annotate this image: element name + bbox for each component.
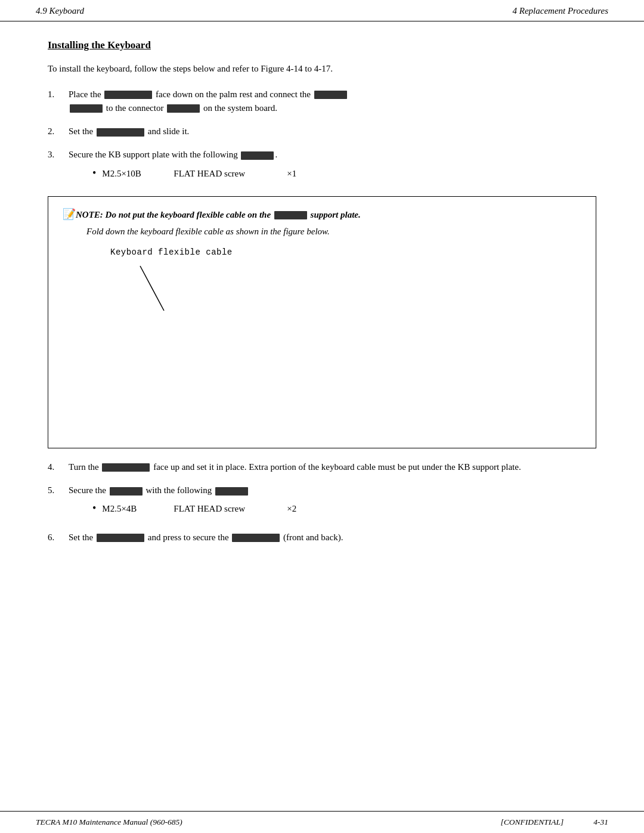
bullet-text-2: M2.5×4B FLAT HEAD screw ×2 [102, 502, 296, 516]
step-6-end: (front and back). [281, 532, 343, 542]
step-5: 5. Secure the with the following • M2.5×… [48, 484, 596, 521]
step-1: 1. Place the face down on the palm rest … [48, 88, 596, 116]
step-1-on-system: on the system board. [201, 103, 277, 113]
step-4-turn: Turn the [69, 462, 101, 472]
step-1-continuation: to the connector on the system board. [69, 101, 596, 115]
intro-text: To install the keyboard, follow the step… [48, 62, 596, 76]
redacted-kb4 [97, 534, 144, 542]
step-5-secure: Secure the [69, 485, 109, 495]
step-3-content: Secure the KB support plate with the fol… [69, 148, 596, 185]
step-2-content: Set the and slide it. [69, 125, 596, 138]
page-header: 4.9 Keyboard 4 Replacement Procedures [0, 0, 644, 21]
cable-label: Keyboard flexible cable [110, 247, 581, 257]
page-container: 4.9 Keyboard 4 Replacement Procedures In… [0, 0, 644, 833]
svg-line-0 [140, 266, 164, 311]
redacted-screw2 [215, 487, 248, 496]
screw-label-1: M2.5×10B [102, 167, 156, 181]
step-6-content: Set the and press to secure the (front a… [69, 531, 596, 544]
step-5-number: 5. [48, 484, 69, 521]
cable-line-svg [110, 263, 182, 317]
notice-italic: Fold down the keyboard flexible cable as… [63, 227, 581, 237]
step-5-with: with the following [144, 485, 214, 495]
redacted-kb [274, 211, 307, 219]
step-1-number: 1. [48, 88, 69, 116]
footer-page-number: 4-31 [593, 817, 608, 827]
footer-right: [CONFIDENTIAL] 4-31 [500, 817, 608, 827]
redacted-ra [97, 128, 144, 137]
step-5-content: Secure the with the following • M2.5×4B … [69, 484, 596, 521]
notice-bold-text: Do not put the keyboard flexible cable o… [103, 210, 271, 219]
step-6-number: 6. [48, 531, 69, 544]
screw-type-2: FLAT HEAD screw [174, 502, 269, 516]
page-footer: TECRA M10 Maintenance Manual (960-685) [… [0, 811, 644, 833]
redacted-kb2 [102, 463, 150, 472]
screw-qty-1: ×1 [287, 167, 296, 181]
step-6-set: Set the [69, 532, 95, 542]
redacted-kb5 [232, 534, 280, 542]
screw-type-1: FLAT HEAD screw [174, 167, 269, 181]
notice-bold-suffix: support plate. [311, 210, 361, 219]
notice-bold: 📝NOTE: Do not put the keyboard flexible … [63, 208, 581, 221]
bullet-item-1: • M2.5×10B FLAT HEAD screw ×1 [92, 167, 596, 181]
bullet-dot-2: • [92, 502, 96, 515]
notice-marker: 📝 [63, 208, 76, 220]
screw-label-2: M2.5×4B [102, 502, 156, 516]
bullet-item-2: • M2.5×4B FLAT HEAD screw ×2 [92, 502, 596, 516]
step-4-content: Turn the face up and set it in place. Ex… [69, 460, 596, 474]
screw-qty-2: ×2 [287, 502, 296, 516]
step-2-number: 2. [48, 125, 69, 138]
redacted-keyboard [104, 91, 152, 99]
step-4: 4. Turn the face up and set it in place.… [48, 460, 596, 474]
bullet-list-1: • M2.5×10B FLAT HEAD screw ×1 [92, 167, 596, 181]
redacted-b1 [70, 104, 103, 113]
redacted-cable [314, 91, 347, 99]
step-2: 2. Set the and slide it. [48, 125, 596, 138]
notice-bold-prefix: NOTE: [76, 210, 103, 219]
step-4-number: 4. [48, 460, 69, 474]
notice-box: 📝NOTE: Do not put the keyboard flexible … [48, 196, 596, 448]
step-1-content: Place the face down on the palm rest and… [69, 88, 596, 116]
redacted-kb3 [110, 487, 143, 496]
step-1-to-connector: to the connector [106, 103, 166, 113]
step-1-text-before: Place the [69, 89, 103, 99]
bullet-dot-1: • [92, 167, 96, 180]
footer-confidential: [CONFIDENTIAL] [500, 817, 564, 827]
step-2-and-slide: and slide it. [145, 126, 189, 136]
step-3: 3. Secure the KB support plate with the … [48, 148, 596, 185]
section-title: Installing the Keyboard [48, 39, 596, 51]
step-1-text-mid1: face down on the palm rest and connect t… [153, 89, 312, 99]
header-left: 4.9 Keyboard [36, 6, 84, 16]
bullet-list-2: • M2.5×4B FLAT HEAD screw ×2 [92, 502, 596, 516]
step-3-secure: Secure the KB support plate with the fol… [69, 150, 240, 159]
step-2-set-the: Set the [69, 126, 95, 136]
step-6-press: and press to secure the [145, 532, 231, 542]
main-content: Installing the Keyboard To install the k… [0, 21, 644, 590]
cable-diagram: Keyboard flexible cable [63, 247, 581, 317]
redacted-screws [241, 151, 274, 160]
steps-continued-list: 4. Turn the face up and set it in place.… [48, 460, 596, 544]
steps-list: 1. Place the face down on the palm rest … [48, 88, 596, 185]
step-3-period: . [275, 150, 277, 159]
step-3-number: 3. [48, 148, 69, 185]
step-4-faceup: face up and set it in place. Extra porti… [151, 462, 521, 472]
step-6: 6. Set the and press to secure the (fron… [48, 531, 596, 544]
redacted-b2 [167, 104, 200, 113]
footer-left: TECRA M10 Maintenance Manual (960-685) [36, 817, 182, 827]
header-right: 4 Replacement Procedures [513, 6, 609, 16]
bullet-text-1: M2.5×10B FLAT HEAD screw ×1 [102, 167, 296, 181]
